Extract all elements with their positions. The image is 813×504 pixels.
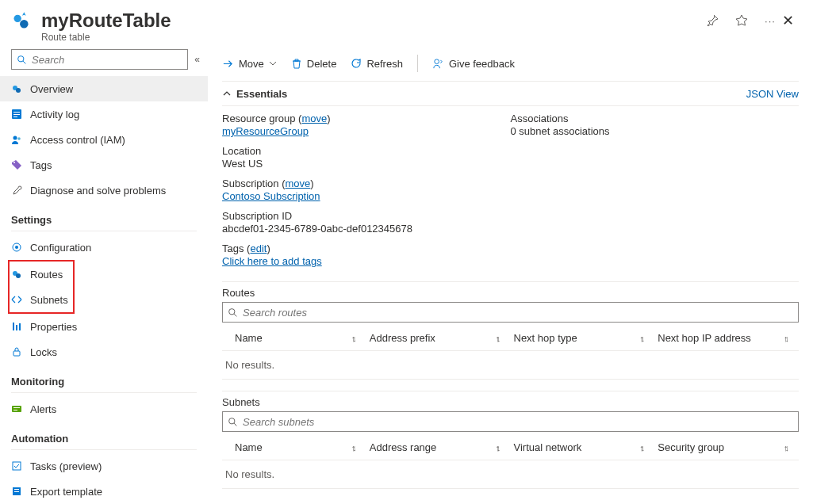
tags-edit-link[interactable]: edit	[250, 242, 267, 254]
nav-label: Overview	[30, 83, 73, 95]
svg-rect-20	[13, 351, 20, 356]
col-header[interactable]: Name↑↓	[222, 326, 366, 351]
pin-icon[interactable]	[705, 13, 721, 29]
subnets-search-input[interactable]	[243, 416, 793, 428]
nav-subnets[interactable]: Subnets	[10, 287, 73, 312]
nav-activity-log[interactable]: Activity log	[0, 101, 208, 127]
json-view-link[interactable]: JSON View	[746, 88, 799, 100]
collapse-sidebar-icon[interactable]: «	[194, 54, 200, 65]
access-control-icon	[11, 134, 22, 145]
svg-line-30	[234, 314, 236, 316]
arrow-right-icon	[222, 58, 234, 70]
svg-rect-7	[13, 112, 20, 113]
routes-title: Routes	[222, 281, 799, 302]
nav-properties[interactable]: Properties	[0, 314, 208, 339]
sidebar-search[interactable]	[11, 49, 188, 70]
col-header[interactable]: Address range↑↓	[366, 435, 511, 460]
trash-icon	[291, 58, 302, 69]
feedback-button[interactable]: Give feedback	[432, 58, 515, 70]
move-button[interactable]: Move	[222, 58, 277, 70]
nav-locks[interactable]: Locks	[0, 339, 208, 365]
sort-icon: ↑↓	[351, 334, 354, 343]
svg-rect-27	[14, 491, 19, 492]
col-header[interactable]: Next hop type↑↓	[511, 326, 655, 351]
svg-point-0	[14, 15, 21, 22]
header-actions: ···	[705, 11, 778, 29]
svg-line-3	[23, 61, 25, 63]
nav-label: Tasks (preview)	[30, 460, 102, 472]
nav-access-control[interactable]: Access control (IAM)	[0, 127, 208, 152]
subscription-id-value: abcdef01-2345-6789-0abc-def012345678	[222, 222, 511, 235]
col-header[interactable]: Security group↑↓	[654, 435, 799, 460]
nav-alerts[interactable]: Alerts	[0, 396, 208, 422]
svg-rect-8	[13, 114, 20, 115]
svg-point-29	[229, 308, 235, 314]
nav-tasks[interactable]: Tasks (preview)	[0, 453, 208, 479]
nav-overview[interactable]: Overview	[0, 76, 208, 101]
svg-rect-17	[13, 323, 14, 330]
highlight-box: Routes Subnets	[8, 260, 75, 314]
resource-group-link[interactable]: myResourceGroup	[222, 125, 309, 137]
nav-export-template[interactable]: Export template	[0, 479, 208, 504]
export-template-icon	[11, 486, 22, 497]
routes-search[interactable]	[222, 302, 799, 323]
nav-label: Export template	[30, 486, 102, 498]
col-header[interactable]: Virtual network↑↓	[511, 435, 655, 460]
refresh-label: Refresh	[366, 58, 403, 70]
nav-tags[interactable]: Tags	[0, 152, 208, 178]
refresh-icon	[351, 58, 362, 69]
diagnose-icon	[11, 185, 22, 196]
feedback-icon	[432, 58, 444, 70]
main-panel: Move Delete Refresh Give feedback Essent…	[208, 46, 813, 504]
svg-point-10	[13, 136, 17, 140]
subscription-move-link[interactable]: move	[286, 178, 311, 189]
svg-point-14	[15, 246, 18, 249]
page-subtitle: Route table	[41, 32, 705, 43]
nav-label: Configuration	[30, 242, 91, 254]
routes-search-input[interactable]	[243, 307, 793, 319]
col-header[interactable]: Next hop IP address↑↓	[654, 326, 799, 351]
sidebar-search-input[interactable]	[32, 54, 182, 66]
tags-add-link[interactable]: Click here to add tags	[222, 255, 322, 267]
tags-icon	[11, 159, 22, 170]
svg-point-2	[18, 55, 24, 61]
subnets-title: Subnets	[222, 391, 799, 411]
subnets-table: Name↑↓ Address range↑↓ Virtual network↑↓…	[222, 435, 799, 489]
svg-point-5	[16, 88, 21, 93]
svg-point-1	[20, 20, 29, 29]
location-value: West US	[222, 157, 511, 170]
col-header[interactable]: Address prefix↑↓	[366, 326, 511, 351]
nav-routes[interactable]: Routes	[10, 262, 73, 287]
alerts-icon	[11, 403, 22, 414]
close-icon[interactable]: ✕	[778, 11, 797, 30]
svg-rect-18	[16, 325, 17, 330]
sort-icon: ↑↓	[496, 334, 498, 343]
col-header[interactable]: Name↑↓	[222, 435, 366, 460]
nav-configuration[interactable]: Configuration	[0, 235, 208, 260]
essentials-header[interactable]: Essentials JSON View	[222, 81, 799, 106]
route-table-small-icon	[11, 83, 22, 94]
delete-button[interactable]: Delete	[291, 58, 337, 70]
sort-icon: ↑↓	[784, 334, 786, 343]
move-label: Move	[239, 58, 264, 70]
nav-label: Diagnose and solve problems	[30, 185, 166, 197]
svg-point-16	[16, 273, 21, 278]
toolbar: Move Delete Refresh Give feedback	[222, 46, 799, 81]
resource-group-label: Resource group	[222, 113, 296, 124]
feedback-label: Give feedback	[449, 58, 515, 70]
nav-diagnose[interactable]: Diagnose and solve problems	[0, 178, 208, 203]
more-icon[interactable]: ···	[762, 13, 778, 29]
subscription-id-label: Subscription ID	[222, 210, 511, 222]
chevron-up-icon	[222, 89, 232, 98]
tags-label: Tags	[222, 242, 244, 254]
star-icon[interactable]	[734, 13, 750, 29]
svg-rect-9	[13, 116, 17, 117]
sort-icon: ↑↓	[784, 443, 786, 452]
subscription-link[interactable]: Contoso Subscription	[222, 190, 320, 202]
page-title: myRouteTable	[41, 11, 705, 30]
refresh-button[interactable]: Refresh	[351, 58, 403, 70]
subnets-search[interactable]	[222, 411, 799, 432]
lock-icon	[11, 346, 22, 357]
resource-group-move-link[interactable]: move	[301, 113, 327, 124]
svg-point-28	[435, 59, 439, 63]
